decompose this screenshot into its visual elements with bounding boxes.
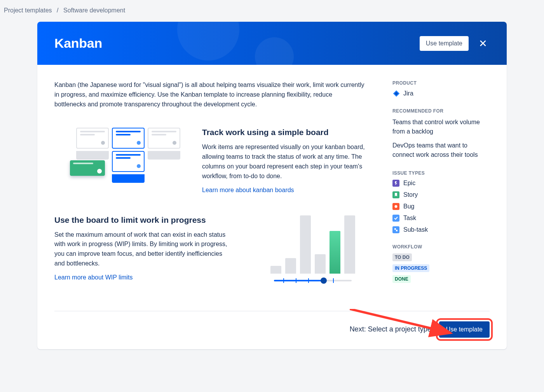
svg-rect-2: [396, 230, 398, 231]
jira-icon: [392, 90, 400, 97]
close-icon: ✕: [479, 38, 487, 49]
workflow-status-in-progress: IN PROGRESS: [392, 264, 429, 272]
learn-more-kanban-link[interactable]: Learn more about kanban boards: [202, 187, 294, 193]
feature-title: Use the board to limit work in progress: [54, 215, 229, 225]
product-label: PRODUCT: [392, 80, 490, 86]
footer: Next: Select a project type Use template: [54, 311, 490, 349]
hero-banner: Kanban Use template ✕: [37, 22, 507, 65]
issue-type-story: Story: [392, 191, 490, 198]
breadcrumb-current: Software development: [63, 7, 125, 14]
feature-title: Track work using a simple board: [202, 128, 377, 137]
issue-type-subtask: Sub-task: [392, 226, 490, 233]
breadcrumb-separator: /: [57, 7, 58, 14]
recommended-item: DevOps teams that want to connect work a…: [392, 141, 490, 160]
use-template-button-bottom[interactable]: Use template: [439, 321, 490, 338]
learn-more-wip-link[interactable]: Learn more about WIP limits: [54, 274, 133, 281]
story-icon: [392, 191, 399, 198]
feature-body: Work items are represented visually on y…: [202, 142, 377, 181]
product-row: Jira: [392, 90, 490, 97]
use-template-button-top[interactable]: Use template: [420, 36, 469, 51]
workflow-status-todo: TO DO: [392, 253, 412, 261]
issue-types-label: ISSUE TYPES: [392, 170, 490, 176]
issue-type-epic: Epic: [392, 180, 490, 187]
main-content: Kanban (the Japanese word for "visual si…: [54, 80, 377, 303]
issue-type-bug: Bug: [392, 203, 490, 210]
feature-body: Set the maximum amount of work that can …: [54, 230, 229, 269]
recommended-label: RECOMMENDED FOR: [392, 108, 490, 114]
issue-type-task: Task: [392, 215, 490, 222]
wip-chart-illustration: [249, 215, 377, 281]
product-name: Jira: [403, 90, 413, 97]
svg-rect-1: [394, 228, 396, 230]
epic-icon: [392, 180, 399, 187]
kanban-board-illustration: [54, 128, 183, 183]
next-step-label: Next: Select a project type: [350, 325, 431, 333]
subtask-icon: [392, 226, 399, 233]
template-detail-card: Kanban Use template ✕ Kanban (the Japane…: [37, 22, 507, 349]
feature-wip-limits: Use the board to limit work in progress …: [54, 215, 377, 281]
svg-point-0: [395, 205, 398, 208]
workflow-status-done: DONE: [392, 275, 411, 283]
close-button[interactable]: ✕: [476, 38, 490, 49]
breadcrumb-root[interactable]: Project templates: [4, 7, 52, 14]
workflow-label: WORKFLOW: [392, 244, 490, 250]
task-icon: [392, 215, 399, 222]
bug-icon: [392, 203, 399, 210]
feature-track-work: Track work using a simple board Work ite…: [54, 128, 377, 193]
page-title: Kanban: [54, 36, 102, 51]
sidebar: PRODUCT Jira RECOMMENDED FOR Teams that …: [392, 80, 490, 303]
breadcrumb: Project templates / Software development: [0, 0, 544, 19]
recommended-item: Teams that control work volume from a ba…: [392, 118, 490, 136]
template-description: Kanban (the Japanese word for "visual si…: [54, 80, 365, 109]
